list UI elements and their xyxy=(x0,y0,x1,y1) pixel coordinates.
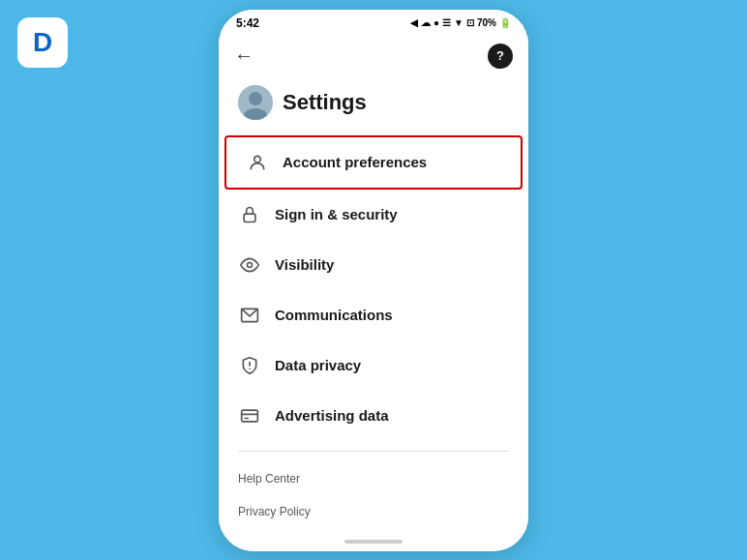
settings-content: Settings Account preferences Sign in & s… xyxy=(219,75,528,532)
link-help-center[interactable]: Help Center xyxy=(219,461,528,494)
svg-rect-4 xyxy=(244,214,255,221)
menu-item-advertising-data[interactable]: Advertising data xyxy=(219,391,528,441)
status-icons: ◀ ☁ ● ☰ ▼ ⊡ 70% 🔋 xyxy=(410,17,511,28)
card-icon xyxy=(238,404,261,427)
status-bar: 5:42 ◀ ☁ ● ☰ ▼ ⊡ 70% 🔋 xyxy=(219,10,528,37)
svg-rect-9 xyxy=(242,410,258,422)
page-title: Settings xyxy=(283,90,367,115)
svg-point-1 xyxy=(249,92,262,105)
link-privacy-policy[interactable]: Privacy Policy xyxy=(219,494,528,527)
sign-in-security-label: Sign in & security xyxy=(275,206,398,222)
menu-item-account-preferences[interactable]: Account preferences xyxy=(224,135,523,190)
lock-icon xyxy=(238,203,261,226)
menu-item-data-privacy[interactable]: Data privacy xyxy=(219,340,528,391)
svg-point-3 xyxy=(254,156,261,162)
communications-label: Communications xyxy=(275,307,393,323)
bottom-handle xyxy=(219,532,528,551)
avatar xyxy=(238,85,273,120)
person-icon xyxy=(246,151,269,174)
status-time: 5:42 xyxy=(236,16,259,30)
svg-point-5 xyxy=(248,262,253,267)
phone-frame: 5:42 ◀ ☁ ● ☰ ▼ ⊡ 70% 🔋 ← ? Sett xyxy=(219,10,528,551)
visibility-label: Visibility xyxy=(275,256,334,273)
menu-item-communications[interactable]: Communications xyxy=(219,290,528,340)
help-button[interactable]: ? xyxy=(488,44,513,69)
shield-icon xyxy=(238,354,261,377)
menu-item-sign-in-security[interactable]: Sign in & security xyxy=(219,190,528,240)
eye-icon xyxy=(238,253,261,277)
menu-item-visibility[interactable]: Visibility xyxy=(219,240,528,290)
nav-bar: ← ? xyxy=(219,37,528,75)
handle-bar xyxy=(344,540,403,544)
mail-icon xyxy=(238,304,261,327)
app-icon: D xyxy=(17,17,68,68)
advertising-data-label: Advertising data xyxy=(275,407,389,424)
account-preferences-label: Account preferences xyxy=(283,154,427,170)
back-button[interactable]: ← xyxy=(234,44,254,67)
data-privacy-label: Data privacy xyxy=(275,357,361,373)
section-divider xyxy=(238,451,509,452)
page-title-row: Settings xyxy=(219,75,528,135)
